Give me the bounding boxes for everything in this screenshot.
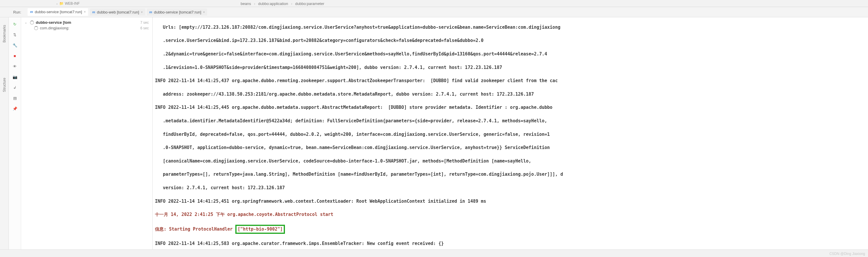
spinner-icon [30, 21, 34, 25]
console-output[interactable]: Urls: [empty://172.23.126.187:20882/com.… [153, 17, 868, 249]
log-line: [canonicalName=com.dingjiaxiong.service.… [155, 158, 866, 165]
run-tab[interactable]: m dubbo-service [tomcat7:run] × [28, 8, 88, 16]
structure-tab[interactable]: Structure [2, 78, 6, 92]
log-line: .metadata.identifier.MetadataIdentifier@… [155, 118, 866, 124]
stop-button[interactable]: ■ [12, 53, 18, 59]
run-tab-label: dubbo-web [tomcat7:run] [97, 10, 139, 14]
rerun-button[interactable]: ↻ [12, 21, 18, 27]
log-line: INFO 2022-11-14 14:41:25,445 org.apache.… [155, 104, 866, 111]
run-tab-label: dubbo-service [tomcat7:run] [35, 10, 82, 14]
view-icon[interactable]: 👁 [12, 63, 18, 69]
highlighted-protocol: ["http-bio-9002"] [235, 225, 285, 234]
breadcrumb-item[interactable]: dubbo:application [258, 1, 288, 6]
run-toolbar: Run: m dubbo-service [tomcat7:run] × m d… [0, 7, 868, 17]
wrench-icon[interactable]: 🔧 [12, 42, 18, 49]
bookmarks-tab[interactable]: Bookmarks [2, 25, 6, 42]
breadcrumb-item[interactable]: dubbo:parameter [295, 1, 324, 6]
close-icon[interactable]: × [84, 10, 86, 13]
run-label: Run: [13, 10, 21, 14]
chevron-down-icon: ⌄ [25, 21, 28, 24]
tree-child-row[interactable]: com.dingjiaxiong: 6 sec [22, 25, 151, 31]
folder-icon: 📁 [59, 1, 64, 6]
log-line: 信息: Starting ProtocolHandler ["http-bio-… [155, 225, 866, 234]
run-tab[interactable]: m dubbo-web [tomcat7:run] × [90, 8, 145, 15]
maven-icon: m [30, 9, 33, 14]
log-line: version: 2.7.4.1, current host: 172.23.1… [155, 185, 866, 191]
log-line: .2&dynamic=true&generic=false&interface=… [155, 51, 866, 58]
close-icon[interactable]: × [141, 10, 143, 14]
breadcrumb-item[interactable]: beans [241, 1, 251, 6]
log-line: parameterTypes=[], returnType=java.lang.… [155, 171, 866, 178]
folder-name: WEB-INF [65, 1, 80, 6]
layout-icon[interactable]: ▤ [12, 95, 18, 101]
close-icon[interactable]: × [203, 10, 205, 14]
log-line: findUserById, deprecated=false, qos.port… [155, 131, 866, 138]
chevron-right-icon: › [291, 1, 292, 6]
project-tree-bar: ⌄ 📁 WEB-INF beans › dubbo:application › … [0, 0, 868, 7]
run-tree: ⌄ dubbo-service [tom 7 sec com.dingjiaxi… [21, 17, 153, 249]
status-bar [0, 249, 868, 257]
log-line: .service.UserService&bind.ip=172.23.126.… [155, 37, 866, 44]
tree-root-row[interactable]: ⌄ dubbo-service [tom 7 sec [22, 20, 151, 25]
breadcrumb: beans › dubbo:application › dubbo:parame… [241, 0, 324, 7]
maven-icon: m [149, 10, 152, 14]
log-line: INFO 2022-11-14 14:41:25,451 org.springf… [155, 198, 866, 205]
log-line: .1&revision=1.0-SNAPSHOT&side=provider&t… [155, 64, 866, 71]
log-line: 十一月 14, 2022 2:41:25 下午 org.apache.coyot… [155, 211, 866, 218]
tree-node-time: 7 sec [140, 21, 151, 25]
run-tab-label: dubbo-service [tomcat7:run] [154, 10, 201, 14]
run-gutter: ↻ ⇅ 🔧 ■ 👁 📷 ↲ ▤ 📌 [9, 17, 21, 249]
left-sidebar: Bookmarks Structure [0, 17, 9, 249]
maven-icon: m [92, 10, 95, 14]
tree-node-time: 6 sec [140, 26, 151, 30]
tree-node-name: com.dingjiaxiong: [40, 26, 69, 30]
tree-node-name: dubbo-service [tom [36, 20, 71, 25]
watermark: CSDN @Ding Jiaxiong [829, 252, 865, 256]
chevron-right-icon: › [254, 1, 255, 6]
export-icon[interactable]: ↲ [12, 84, 18, 91]
spinner-icon [34, 26, 38, 30]
log-line: INFO 2022-11-14 14:41:25,437 org.apache.… [155, 77, 866, 84]
run-tab[interactable]: m dubbo-service [tomcat7:run] × [147, 8, 208, 15]
toggle-button[interactable]: ⇅ [12, 31, 18, 38]
folder-row[interactable]: ⌄ 📁 WEB-INF [56, 1, 80, 6]
main-area: Bookmarks Structure ↻ ⇅ 🔧 ■ 👁 📷 ↲ ▤ 📌 ⌄ … [0, 17, 868, 249]
log-line: Urls: [empty://172.23.126.187:20882/com.… [155, 24, 866, 31]
chevron-down-icon: ⌄ [56, 2, 58, 5]
log-line: INFO 2022-11-14 14:41:25,583 org.apache.… [155, 240, 866, 247]
camera-icon[interactable]: 📷 [12, 74, 18, 80]
pin-icon[interactable]: 📌 [12, 105, 18, 112]
log-line: .0-SNAPSHOT, application=dubbo-service, … [155, 144, 866, 151]
log-line: address: zookeeper://43.138.50.253:2181/… [155, 91, 866, 98]
